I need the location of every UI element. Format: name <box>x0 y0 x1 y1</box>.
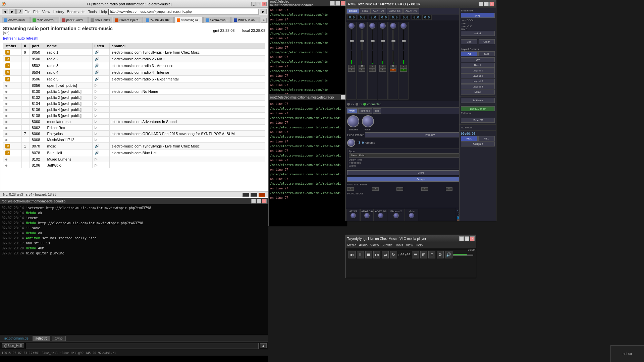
vlc-playlist-button[interactable]: ☰ <box>412 251 419 258</box>
ms-3[interactable]: 3 <box>396 187 403 191</box>
speaker-icon[interactable]: 🔊 <box>95 70 99 74</box>
arrow-icon[interactable]: ▷ <box>95 89 97 93</box>
layout1-btn[interactable]: Layout 1 <box>461 68 495 73</box>
row-listen[interactable]: ▷ <box>92 82 109 88</box>
vlc-tools-menu[interactable]: Tools <box>395 243 403 247</box>
ch5-knob[interactable] <box>390 23 396 29</box>
main-knob[interactable] <box>409 213 414 218</box>
ch5-fader[interactable] <box>392 30 394 50</box>
row-listen[interactable]: ▷ <box>92 119 109 125</box>
row-listen[interactable]: ▷ <box>92 101 109 107</box>
work-tab[interactable]: work <box>347 108 358 114</box>
vlc-prev-button[interactable]: ⏮ <box>348 251 356 258</box>
ch1-knob[interactable] <box>348 23 355 29</box>
vlc-video-menu[interactable]: Video <box>370 243 379 247</box>
rme-maximize[interactable]: □ <box>484 2 489 6</box>
rme-tab-paca[interactable]: paca <box>360 8 370 14</box>
ch6-s-btn[interactable]: S <box>400 68 407 72</box>
reload-button[interactable]: ↺ <box>16 9 23 14</box>
arrow-icon[interactable]: ▷ <box>95 101 97 105</box>
phones2-knob[interactable] <box>393 213 399 218</box>
sub-btn[interactable]: Sub <box>478 51 495 56</box>
rme-tab-adat14[interactable]: ADAT 1/4 <box>370 8 386 14</box>
talkback-btn[interactable]: Talkback <box>461 98 495 103</box>
vlc-view-menu[interactable]: View <box>406 243 413 247</box>
vlc-next-button[interactable]: ⏭ <box>373 251 380 258</box>
vlc-play-button[interactable]: ⏸ <box>357 251 364 258</box>
arrow-icon[interactable]: ▷ <box>95 113 97 117</box>
row-listen[interactable]: 🔊 <box>92 69 109 76</box>
ch4-s-btn[interactable]: S <box>379 68 386 72</box>
speaker-icon[interactable]: 🔊 <box>95 77 99 81</box>
durecondir-btn[interactable]: DURECondIr <box>461 106 495 111</box>
tab-streaming[interactable]: streaming ra... <box>174 17 203 23</box>
arrow-icon[interactable]: ▷ <box>95 125 97 129</box>
arrow-icon[interactable]: ▷ <box>95 95 97 99</box>
ch2-knob[interactable] <box>359 23 365 29</box>
vlc-subtitle-menu[interactable]: Subtitle <box>381 243 392 247</box>
recall-btn[interactable]: Recall <box>461 63 495 68</box>
speaker-icon[interactable]: 🔊 <box>95 57 99 61</box>
row-listen[interactable]: 🔊 <box>92 49 109 56</box>
irc-close[interactable]: × <box>262 199 267 203</box>
tab-stream-opera[interactable]: Stream Opera... <box>113 17 143 23</box>
rme-tab-classic[interactable]: classic <box>346 8 359 14</box>
ch3-m-btn[interactable]: M <box>369 65 376 68</box>
ms-5[interactable]: 5 <box>446 187 452 191</box>
vlc-progress[interactable] <box>398 254 399 256</box>
irc-maximize[interactable]: □ <box>257 199 261 203</box>
mono-btn[interactable]: Mono <box>461 89 495 95</box>
menu-file[interactable]: File <box>24 10 31 14</box>
div-btn[interactable]: Div <box>461 57 495 62</box>
irc-send-button[interactable]: ▲ <box>260 343 267 348</box>
ms-4[interactable]: 4 <box>421 187 428 191</box>
tab-radio[interactable]: radio.electro-... <box>30 17 59 23</box>
small-term-close[interactable]: × <box>341 95 345 100</box>
arrow-icon[interactable]: ▷ <box>95 119 97 123</box>
speaker-icon[interactable]: 🔊 <box>95 150 99 155</box>
vlc-toggle-button[interactable]: ⇄ <box>382 251 389 258</box>
forward-button[interactable]: ▶ <box>9 9 16 14</box>
speaker-icon[interactable]: 🔊 <box>95 50 99 54</box>
settings-tab[interactable]: settings <box>358 108 372 114</box>
irc-tab-cyno[interactable]: Cyno <box>52 336 65 341</box>
set-all-btn[interactable]: set all <box>461 31 495 36</box>
ch6-m-btn[interactable]: M <box>400 65 407 68</box>
assign-btn[interactable]: Assign ▾ <box>461 141 495 146</box>
row-listen[interactable]: 🔊 <box>92 149 109 156</box>
arrow-icon[interactable]: ▷ <box>95 137 97 141</box>
irc-input[interactable] <box>25 343 259 349</box>
ch2-m-btn[interactable]: M <box>359 65 365 68</box>
layout3-btn[interactable]: Layout 3 <box>461 79 495 84</box>
arrow-icon[interactable]: ▷ <box>95 83 97 87</box>
ch4-m-btn[interactable]: M <box>379 65 386 68</box>
arrow-icon[interactable]: ▷ <box>95 131 97 135</box>
row-listen[interactable]: ▷ <box>92 88 109 95</box>
row-listen[interactable]: 🔊 <box>92 56 109 62</box>
ch1-m-btn[interactable]: M <box>348 65 355 68</box>
ch3-s-btn[interactable]: S <box>369 68 376 72</box>
arrow-icon[interactable]: ▷ <box>95 157 97 161</box>
vlc-ext-button[interactable]: ⊞ <box>420 251 427 258</box>
tab-phpbb[interactable]: phpBB Admi... <box>60 17 88 23</box>
term-maximize[interactable]: □ <box>335 1 340 6</box>
ch6-fader[interactable] <box>403 30 404 50</box>
ms-1[interactable]: 1 <box>347 187 354 191</box>
vlc-maximize[interactable]: □ <box>465 236 469 241</box>
speaker-icon[interactable]: 🔊 <box>95 63 99 67</box>
width-knob[interactable] <box>362 115 374 127</box>
ch2-fader[interactable] <box>361 30 363 50</box>
row-listen[interactable]: ▷ <box>92 125 109 131</box>
ch1-fader[interactable] <box>351 30 352 50</box>
tab-electro2[interactable]: electro-musi... <box>203 17 231 23</box>
vlc-loop-button[interactable]: ↻ <box>390 251 397 258</box>
edit-button[interactable]: Edit <box>461 39 477 44</box>
address-bar[interactable] <box>108 9 259 15</box>
tab-electro1[interactable]: electro-musi... <box>2 17 30 23</box>
vlc-frames-button[interactable]: ⊡ <box>428 251 435 258</box>
ch2-s-btn[interactable]: S <box>359 68 365 72</box>
new-tab-button[interactable]: + <box>261 18 267 23</box>
log-tab[interactable]: log <box>373 108 381 114</box>
term-minimize[interactable]: _ <box>330 1 335 6</box>
menu-bookmarks[interactable]: Bookmarks <box>67 10 86 14</box>
